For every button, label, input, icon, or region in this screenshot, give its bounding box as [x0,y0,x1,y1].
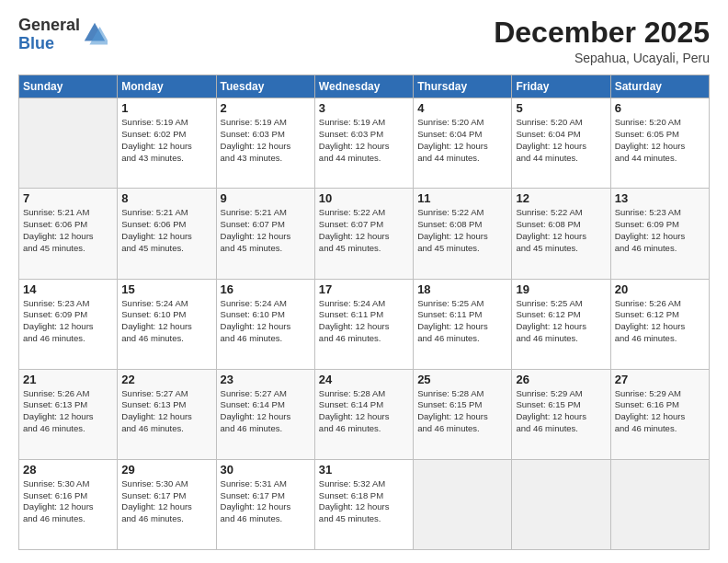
calendar-cell: 10Sunrise: 5:22 AMSunset: 6:07 PMDayligh… [314,189,413,279]
calendar-cell: 21Sunrise: 5:26 AMSunset: 6:13 PMDayligh… [19,369,118,459]
calendar-cell: 23Sunrise: 5:27 AMSunset: 6:14 PMDayligh… [216,369,314,459]
day-number: 17 [319,282,409,296]
day-info: Sunrise: 5:24 AMSunset: 6:11 PMDaylight:… [319,298,409,345]
day-number: 20 [615,282,705,296]
calendar-cell: 28Sunrise: 5:30 AMSunset: 6:16 PMDayligh… [19,459,118,549]
day-number: 2 [221,101,311,115]
calendar-cell [512,459,610,549]
calendar-cell: 14Sunrise: 5:23 AMSunset: 6:09 PMDayligh… [19,279,118,369]
day-number: 15 [121,282,211,296]
calendar-cell: 19Sunrise: 5:25 AMSunset: 6:12 PMDayligh… [512,279,610,369]
header-saturday: Saturday [610,75,709,98]
day-info: Sunrise: 5:24 AMSunset: 6:10 PMDaylight:… [221,298,311,345]
calendar-cell: 1Sunrise: 5:19 AMSunset: 6:02 PMDaylight… [118,98,216,189]
calendar-cell: 26Sunrise: 5:29 AMSunset: 6:15 PMDayligh… [512,369,610,459]
calendar-week-5: 28Sunrise: 5:30 AMSunset: 6:16 PMDayligh… [19,459,710,549]
day-info: Sunrise: 5:27 AMSunset: 6:13 PMDaylight:… [121,388,211,435]
day-number: 14 [23,282,113,296]
calendar-cell: 4Sunrise: 5:20 AMSunset: 6:04 PMDaylight… [414,98,512,189]
logo: General Blue [18,17,108,53]
calendar-cell: 11Sunrise: 5:22 AMSunset: 6:08 PMDayligh… [414,189,512,279]
day-info: Sunrise: 5:19 AMSunset: 6:03 PMDaylight:… [319,117,409,164]
calendar-cell: 24Sunrise: 5:28 AMSunset: 6:14 PMDayligh… [314,369,413,459]
day-info: Sunrise: 5:25 AMSunset: 6:12 PMDaylight:… [516,298,606,345]
calendar-cell: 12Sunrise: 5:22 AMSunset: 6:08 PMDayligh… [512,189,610,279]
day-number: 1 [121,101,211,115]
day-info: Sunrise: 5:21 AMSunset: 6:07 PMDaylight:… [221,207,311,254]
calendar-week-4: 21Sunrise: 5:26 AMSunset: 6:13 PMDayligh… [19,369,710,459]
calendar-cell [19,98,118,189]
calendar-cell: 17Sunrise: 5:24 AMSunset: 6:11 PMDayligh… [314,279,413,369]
day-info: Sunrise: 5:21 AMSunset: 6:06 PMDaylight:… [23,207,113,254]
day-info: Sunrise: 5:19 AMSunset: 6:03 PMDaylight:… [221,117,311,164]
logo-text: General Blue [18,17,80,53]
day-info: Sunrise: 5:26 AMSunset: 6:12 PMDaylight:… [615,298,705,345]
day-number: 18 [417,282,507,296]
day-info: Sunrise: 5:31 AMSunset: 6:17 PMDaylight:… [221,478,311,525]
day-info: Sunrise: 5:30 AMSunset: 6:16 PMDaylight:… [23,478,113,525]
calendar-cell: 5Sunrise: 5:20 AMSunset: 6:04 PMDaylight… [512,98,610,189]
day-number: 23 [221,373,311,386]
day-info: Sunrise: 5:28 AMSunset: 6:14 PMDaylight:… [319,388,409,435]
day-info: Sunrise: 5:21 AMSunset: 6:06 PMDaylight:… [121,207,211,254]
calendar-cell [610,459,709,549]
calendar-cell: 27Sunrise: 5:29 AMSunset: 6:16 PMDayligh… [610,369,709,459]
logo-text-block: General Blue [18,17,108,53]
calendar-cell: 6Sunrise: 5:20 AMSunset: 6:05 PMDaylight… [610,98,709,189]
logo-blue: Blue [18,35,80,53]
calendar-cell: 3Sunrise: 5:19 AMSunset: 6:03 PMDaylight… [314,98,413,189]
day-number: 19 [516,282,606,296]
day-number: 22 [121,373,211,386]
title-block: December 2025 Sepahua, Ucayali, Peru [494,17,710,65]
day-info: Sunrise: 5:19 AMSunset: 6:02 PMDaylight:… [121,117,211,164]
day-info: Sunrise: 5:29 AMSunset: 6:16 PMDaylight:… [615,388,705,435]
day-number: 16 [221,282,311,296]
calendar-cell: 31Sunrise: 5:32 AMSunset: 6:18 PMDayligh… [314,459,413,549]
calendar-cell: 13Sunrise: 5:23 AMSunset: 6:09 PMDayligh… [610,189,709,279]
day-info: Sunrise: 5:32 AMSunset: 6:18 PMDaylight:… [319,478,409,525]
day-info: Sunrise: 5:26 AMSunset: 6:13 PMDaylight:… [23,388,113,435]
day-info: Sunrise: 5:20 AMSunset: 6:05 PMDaylight:… [615,117,705,164]
calendar-cell: 29Sunrise: 5:30 AMSunset: 6:17 PMDayligh… [118,459,216,549]
day-number: 29 [121,463,211,477]
day-number: 3 [319,101,409,115]
day-info: Sunrise: 5:22 AMSunset: 6:08 PMDaylight:… [417,207,507,254]
day-info: Sunrise: 5:23 AMSunset: 6:09 PMDaylight:… [615,207,705,254]
day-number: 28 [23,463,113,477]
day-number: 24 [319,373,409,386]
calendar-week-2: 7Sunrise: 5:21 AMSunset: 6:06 PMDaylight… [19,189,710,279]
day-info: Sunrise: 5:20 AMSunset: 6:04 PMDaylight:… [516,117,606,164]
header-thursday: Thursday [414,75,512,98]
day-info: Sunrise: 5:25 AMSunset: 6:11 PMDaylight:… [417,298,507,345]
day-info: Sunrise: 5:30 AMSunset: 6:17 PMDaylight:… [121,478,211,525]
day-number: 27 [615,373,705,386]
header-wednesday: Wednesday [314,75,413,98]
day-number: 12 [516,191,606,205]
logo-icon [82,20,108,46]
calendar-week-1: 1Sunrise: 5:19 AMSunset: 6:02 PMDaylight… [19,98,710,189]
day-number: 5 [516,101,606,115]
day-number: 21 [23,373,113,386]
day-number: 26 [516,373,606,386]
day-number: 10 [319,191,409,205]
day-info: Sunrise: 5:29 AMSunset: 6:15 PMDaylight:… [516,388,606,435]
day-info: Sunrise: 5:24 AMSunset: 6:10 PMDaylight:… [121,298,211,345]
day-number: 6 [615,101,705,115]
header-monday: Monday [118,75,216,98]
calendar: Sunday Monday Tuesday Wednesday Thursday… [18,75,710,550]
header: General Blue December 2025 Sepahua, Ucay… [18,17,710,65]
calendar-cell: 8Sunrise: 5:21 AMSunset: 6:06 PMDaylight… [118,189,216,279]
day-number: 4 [417,101,507,115]
day-number: 31 [319,463,409,477]
header-tuesday: Tuesday [216,75,314,98]
day-info: Sunrise: 5:27 AMSunset: 6:14 PMDaylight:… [221,388,311,435]
day-number: 13 [615,191,705,205]
day-number: 11 [417,191,507,205]
header-sunday: Sunday [19,75,118,98]
calendar-week-3: 14Sunrise: 5:23 AMSunset: 6:09 PMDayligh… [19,279,710,369]
month-title: December 2025 [494,17,710,49]
calendar-cell: 7Sunrise: 5:21 AMSunset: 6:06 PMDaylight… [19,189,118,279]
page: General Blue December 2025 Sepahua, Ucay… [0,0,728,563]
weekday-header-row: Sunday Monday Tuesday Wednesday Thursday… [19,75,710,98]
day-info: Sunrise: 5:28 AMSunset: 6:15 PMDaylight:… [417,388,507,435]
